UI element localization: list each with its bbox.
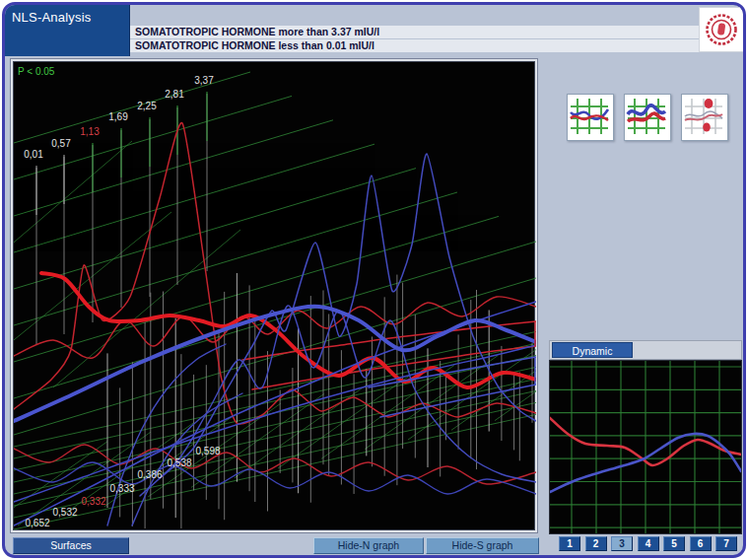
grid-line [14, 192, 457, 325]
chart-thumbnail-icon-3 [682, 95, 725, 138]
page-button-1[interactable]: 1 [559, 536, 580, 551]
grid-line [14, 144, 374, 252]
grid-line [53, 230, 240, 387]
chart-thumbnail-icon-1 [568, 95, 611, 138]
dynamic-panel-header: Dynamic [549, 340, 742, 360]
grid-line [14, 379, 536, 494]
axis-label: 0,57 [51, 138, 71, 149]
axis-label: 1,13 [80, 126, 100, 137]
blue-diagonal-2 [14, 345, 536, 502]
axis-label: 0,01 [24, 149, 43, 160]
view-thumbnail-button-3[interactable] [681, 94, 728, 141]
main-graph-panel: 0,010,571,131,692,252,813,370,6520,5320,… [10, 58, 538, 533]
page-button-row: 1234567 [549, 533, 742, 553]
grid-line [235, 385, 368, 478]
axis-label: 0,333 [109, 483, 134, 494]
axis-label: 0,332 [81, 496, 105, 507]
page-button-7[interactable]: 7 [715, 536, 737, 551]
page-button-4[interactable]: 4 [638, 536, 659, 551]
page-button-6[interactable]: 6 [690, 536, 712, 551]
axis-label: 0,386 [137, 469, 162, 480]
axis-label: 0,538 [167, 457, 191, 468]
grid-line [14, 72, 250, 143]
dynamic-button[interactable]: Dynamic [552, 342, 633, 358]
surfaces-button[interactable]: Surfaces [13, 537, 129, 554]
header-line-2: SOMATOTROPIC HORMONE less than 0.01 mIU/… [130, 39, 743, 52]
hide-n-graph-button[interactable]: Hide-N graph [313, 537, 424, 554]
app-logo-icon [699, 7, 744, 52]
axis-label: 2,81 [165, 89, 184, 100]
chart-thumbnail-icon-2 [625, 95, 668, 138]
grid-line [191, 393, 324, 487]
grid-line [14, 331, 536, 447]
app-title: NLS-Analysis [12, 10, 91, 25]
p-value-label: P < 0.05 [18, 66, 55, 77]
grid-line [14, 414, 536, 529]
dynamic-graph [550, 361, 741, 533]
axis-label: 0,598 [195, 446, 220, 456]
axis-label: 0,652 [25, 518, 49, 528]
dynamic-graph-panel [549, 360, 742, 534]
main-3d-graph: 0,010,571,131,692,252,813,370,6520,5320,… [14, 62, 536, 531]
axis-label: 2,25 [137, 101, 157, 111]
grid-line [14, 169, 416, 289]
header-line-1: SOMATOTROPIC HORMONE more than 3.37 mIU/… [130, 26, 743, 38]
page-button-2[interactable]: 2 [585, 536, 607, 551]
axis-label: 0,532 [52, 507, 77, 518]
app-window: NLS-Analysis SOMATOTROPIC HORMONE more t… [2, 2, 746, 558]
page-button-5[interactable]: 5 [663, 536, 685, 551]
axis-label: 3,37 [194, 75, 214, 86]
axis-label: 1,69 [108, 111, 128, 122]
titlebar: NLS-Analysis [5, 5, 130, 56]
page-button-3[interactable]: 3 [611, 536, 633, 551]
view-thumbnail-button-2[interactable] [624, 94, 671, 141]
hide-s-graph-button[interactable]: Hide-S graph [426, 537, 539, 554]
view-thumbnail-button-1[interactable] [567, 94, 614, 141]
